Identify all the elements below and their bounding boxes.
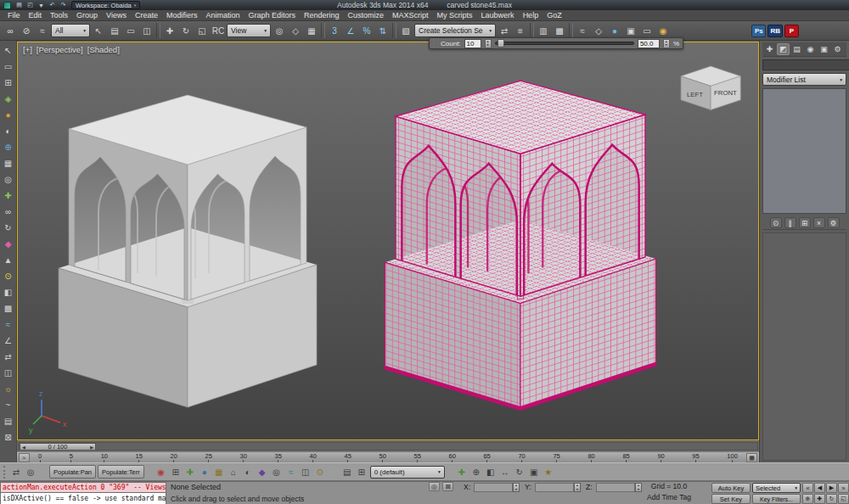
y-coordinate-field[interactable]: [535, 483, 574, 492]
set-key-button[interactable]: Set Key: [711, 494, 751, 504]
wave-icon[interactable]: ≈: [284, 465, 298, 479]
window-tool-icon[interactable]: ◫: [1, 365, 16, 380]
blue-plus-tool-icon[interactable]: ⊕: [1, 139, 16, 154]
workspace-dropdown[interactable]: Workspace: Obaida: [71, 1, 140, 9]
object-name-field[interactable]: [762, 59, 849, 70]
tab-motion[interactable]: ◉: [804, 43, 817, 55]
menu-item[interactable]: File: [3, 10, 25, 21]
layer-list-icon[interactable]: ▤: [340, 465, 354, 479]
target-icon[interactable]: ◎: [270, 465, 284, 479]
percent-spinner[interactable]: [663, 39, 670, 48]
tab-display[interactable]: ▣: [818, 43, 830, 55]
menu-item[interactable]: Rendering: [300, 10, 344, 21]
half-square-tool-icon[interactable]: ◧: [1, 284, 16, 300]
previous-frame-button[interactable]: ◀: [814, 483, 825, 493]
orange-sphere-tool-icon[interactable]: ●: [1, 107, 16, 122]
snaps-toggle-icon[interactable]: 3: [327, 23, 342, 38]
sun-icon[interactable]: ⊙: [313, 465, 327, 479]
key-filters-button[interactable]: Key Filters...: [752, 494, 801, 504]
pyramid-tool-icon[interactable]: ▲: [1, 252, 16, 267]
make-unique-icon[interactable]: ⊞: [799, 217, 811, 228]
go-to-end-button[interactable]: »: [838, 483, 849, 493]
sun-tool-icon[interactable]: ⊙: [1, 268, 16, 283]
circle-plus-icon[interactable]: ⊕: [469, 465, 483, 479]
box-x-tool-icon[interactable]: ⊠: [1, 429, 16, 445]
menu-item[interactable]: Create: [131, 10, 162, 21]
time-slider-track[interactable]: 0 / 100: [18, 442, 758, 451]
rotate-icon[interactable]: ↻: [513, 465, 526, 479]
keyboard-shortcut-override-icon[interactable]: ▦: [304, 23, 319, 38]
layer-dropdown[interactable]: 0 (default): [370, 466, 445, 479]
select-and-rotate-icon[interactable]: ↻: [178, 23, 194, 38]
redo-icon[interactable]: ↷: [59, 1, 68, 9]
menu-item[interactable]: Modifiers: [162, 10, 202, 21]
menu-item[interactable]: MAXScript: [388, 10, 433, 21]
home-icon[interactable]: ⌂: [227, 465, 240, 479]
menu-item[interactable]: GoZ: [543, 10, 566, 21]
link-icon[interactable]: ⇄: [9, 465, 23, 479]
separator[interactable]: [569, 23, 573, 38]
select-tool-icon[interactable]: ↖: [1, 42, 16, 58]
rotate-tool-icon[interactable]: ↻: [1, 220, 16, 235]
menu-item[interactable]: Graph Editors: [244, 10, 300, 21]
wireframe-stone-model[interactable]: [385, 81, 655, 408]
target-tool-icon[interactable]: ◎: [1, 171, 16, 187]
tab-hierarchy[interactable]: ▤: [790, 43, 803, 55]
select-and-link-icon[interactable]: ∞: [3, 23, 18, 38]
menu-item[interactable]: Animation: [201, 10, 244, 21]
layer-explorer-icon[interactable]: ▥: [536, 23, 551, 38]
named-selection-sets-combobox[interactable]: Create Selection Se: [414, 24, 496, 37]
align-icon[interactable]: ≡: [513, 23, 528, 38]
grid-icon[interactable]: ▦: [212, 465, 226, 479]
select-and-move-icon[interactable]: ✚: [162, 23, 177, 38]
save-file-icon[interactable]: ▼: [37, 1, 46, 9]
open-file-icon[interactable]: ◰: [25, 1, 35, 9]
macro-recorder-line[interactable]: actionMan.executeAction 0 "369" -- Views…: [0, 482, 166, 493]
rectangular-selection-region-icon[interactable]: ▭: [123, 23, 138, 38]
count-field[interactable]: 10: [464, 39, 481, 48]
y-spinner[interactable]: [574, 483, 581, 492]
percent-snap-toggle-icon[interactable]: %: [359, 23, 374, 38]
star-icon[interactable]: ★: [542, 465, 555, 479]
selection-filter-dropdown[interactable]: All: [51, 24, 90, 37]
tab-create[interactable]: ✚: [763, 43, 776, 55]
bind-to-space-warp-icon[interactable]: ≈: [35, 23, 50, 38]
isolate-selection-toggle-icon[interactable]: ◎: [429, 482, 440, 491]
unlink-selection-icon[interactable]: ⊘: [19, 23, 34, 38]
pink-gem-tool-icon[interactable]: ◆: [1, 236, 16, 251]
modifier-list-dropdown[interactable]: Modifier List: [762, 73, 846, 86]
edit-named-selection-sets-icon[interactable]: ▧: [398, 23, 413, 38]
grid-tool-icon[interactable]: ▦: [1, 155, 16, 171]
schematic-view-icon[interactable]: ◇: [591, 23, 606, 38]
count-slider-handle[interactable]: [498, 39, 504, 48]
menu-item[interactable]: Help: [519, 10, 543, 21]
3ds-max-logo-icon[interactable]: [3, 2, 11, 9]
pan-button[interactable]: ✚: [814, 494, 825, 504]
x-coordinate-field[interactable]: [474, 483, 513, 492]
toolbar-grip[interactable]: [3, 466, 6, 479]
separator[interactable]: [321, 23, 325, 38]
create-layer-icon[interactable]: ⊞: [355, 465, 368, 479]
show-end-result-icon[interactable]: ∥: [784, 217, 796, 228]
separator[interactable]: [392, 23, 396, 38]
menu-item[interactable]: My Scripts: [433, 10, 477, 21]
rendered-frame-window-icon[interactable]: ▭: [639, 23, 655, 38]
spinner-snap-toggle-icon[interactable]: ⇅: [375, 23, 391, 38]
populate-button[interactable]: Populate:Pan: [49, 465, 96, 479]
viewport-label-segment[interactable]: [Perspective]: [37, 45, 83, 54]
auto-key-button[interactable]: Auto Key: [711, 483, 751, 493]
count-spinner[interactable]: [485, 39, 492, 48]
angle-tool-icon[interactable]: ∠: [1, 333, 16, 348]
open-mini-curve-editor-button[interactable]: ≈: [19, 453, 30, 462]
tab-utilities[interactable]: ⚙: [831, 43, 844, 55]
populate-button[interactable]: Populate:Terr: [98, 465, 144, 479]
photoshop-plugin-button[interactable]: Ps: [751, 25, 766, 37]
green-gem-tool-icon[interactable]: ◈: [1, 91, 16, 106]
shaded-stone-model[interactable]: [59, 95, 317, 407]
snapshot-icon[interactable]: ◉: [155, 465, 168, 479]
go-to-start-button[interactable]: «: [802, 483, 813, 493]
render-production-icon[interactable]: ◉: [655, 23, 671, 38]
box-icon[interactable]: ▣: [527, 465, 541, 479]
track-bar[interactable]: ≈ 05101520253035404550556065707580859095…: [17, 451, 759, 462]
render-setup-icon[interactable]: ▣: [623, 23, 638, 38]
